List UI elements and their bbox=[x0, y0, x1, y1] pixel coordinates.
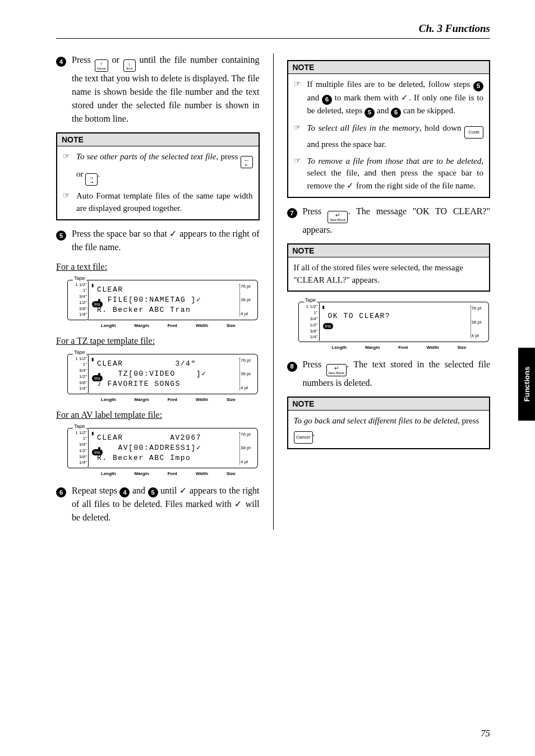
step-8: 8 Press ↵New Block. The text stored in t… bbox=[287, 358, 491, 390]
left-key: ←⇤ bbox=[241, 156, 253, 168]
end-key: ↓End bbox=[123, 59, 136, 72]
page-number: 75 bbox=[481, 728, 490, 739]
code-key: Code bbox=[464, 126, 483, 139]
pointer-icon: ☞ bbox=[294, 122, 307, 151]
note-title: NOTE bbox=[57, 133, 259, 146]
note-title: NOTE bbox=[288, 398, 490, 411]
step-number-6: 6 bbox=[56, 487, 66, 497]
subhead-text-file: For a text file: bbox=[56, 262, 260, 272]
note-box-2: NOTE ☞ If multiple files are to be delet… bbox=[287, 60, 491, 198]
note-title: NOTE bbox=[288, 245, 490, 257]
cancel-key: Cancel bbox=[294, 431, 313, 444]
step-number-5: 5 bbox=[56, 231, 66, 241]
step-number-7: 7 bbox=[287, 208, 297, 218]
chapter-header: Ch. 3 Functions bbox=[56, 22, 490, 39]
step-4: 4 Press ↑Home or ↓End until the file num… bbox=[56, 53, 260, 126]
right-key: →⇥ bbox=[85, 173, 98, 186]
pointer-icon: ☞ bbox=[294, 155, 307, 192]
step-number-4: 4 bbox=[56, 57, 66, 67]
pointer-icon: ☞ bbox=[294, 79, 307, 118]
lcd-screen-3: Tape ▮ 1 1/2"1"3/4"1/2"3/8"1/4" Ins CLEA… bbox=[67, 425, 260, 476]
side-tab-functions: Functions bbox=[518, 348, 535, 421]
lcd-screen-1: Tape ▮ 1 1/2"1"3/4"1/2"3/8"1/4" Ins CLEA… bbox=[67, 276, 260, 328]
lcd-screen-4: Tape ▮ 1 1/2"1"3/4"1/2"3/8"1/4" Ins OK T… bbox=[298, 298, 491, 350]
pointer-icon: ☞ bbox=[63, 151, 76, 186]
step-7: 7 Press ↵New Block. The message "OK TO C… bbox=[287, 205, 491, 237]
home-key: ↑Home bbox=[95, 59, 108, 72]
pointer-icon: ☞ bbox=[63, 190, 76, 215]
step-number-8: 8 bbox=[287, 362, 297, 372]
subhead-av-file: For an AV label template file: bbox=[56, 410, 260, 420]
lcd-screen-2: Tape ▮ 1 1/2"1"3/4"1/2"3/8"1/4" Ins CLEA… bbox=[67, 351, 260, 402]
new-block-key: ↵New Block bbox=[326, 364, 347, 376]
note-box-3: NOTE If all of the stored files were sel… bbox=[287, 243, 491, 292]
note-box-4: NOTE To go back and select different fil… bbox=[287, 397, 491, 449]
subhead-tz-file: For a TZ tape template file: bbox=[56, 336, 260, 346]
note-box-1: NOTE ☞ To see other parts of the selecte… bbox=[56, 132, 260, 220]
note-title: NOTE bbox=[288, 61, 490, 74]
new-block-key: ↵New Block bbox=[328, 211, 348, 223]
step-5: 5 Press the space bar so that ✓ appears … bbox=[56, 227, 260, 254]
step-6: 6 Repeat steps 4 and 5 until ✓ appears t… bbox=[56, 484, 260, 524]
